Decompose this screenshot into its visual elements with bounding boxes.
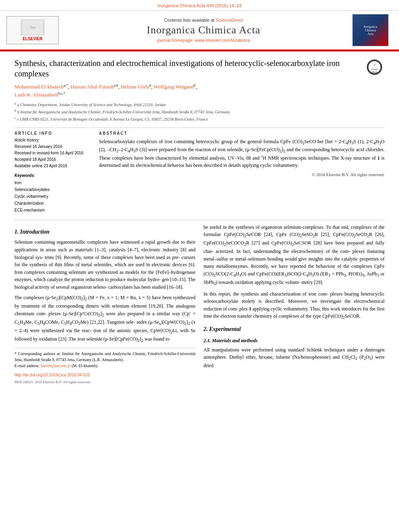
svg-text:Mark: Mark xyxy=(372,71,377,73)
svg-text:Tree: Tree xyxy=(30,26,36,29)
ica-cover-image: InorganicaChimicaActa xyxy=(352,14,389,46)
affil-a: a a Chemistry Department, Jordan Univers… xyxy=(14,101,385,108)
elsevier-label: ELSEVIER xyxy=(23,37,42,41)
footnote-corresponding: * Corresponding authors at: Institut für… xyxy=(14,351,195,363)
article-title: Synthesis, characterization and electroc… xyxy=(14,58,364,79)
divider-2 xyxy=(14,220,385,220)
author-abul-futouh[interactable]: Hassan Abul-Futouh xyxy=(71,84,114,90)
elsevier-box: Tree ELSEVIER xyxy=(6,16,59,44)
article-title-section: Synthesis, characterization and electroc… xyxy=(14,58,385,79)
crossmark-icon: ✓ Cross Mark xyxy=(367,60,382,75)
copyright: © 2016 Elsevier B.V. All rights reserved… xyxy=(99,172,385,177)
abstract-text: Selenocarboxylato complexes of iron cont… xyxy=(99,138,385,169)
sciencedirect-text: Contents lists available at ScienceDirec… xyxy=(67,18,340,23)
top-bar: Inorganica Chimica Acta 449 (2016) 14–19 xyxy=(0,0,399,11)
svg-text:✓: ✓ xyxy=(373,63,376,67)
main-col-left: 1. Introduction Selenium containing orga… xyxy=(14,224,195,385)
authors-text: Mohammad El-khateeba,*, Hassan Abul-Futo… xyxy=(14,84,197,98)
keyword-iron: Iron xyxy=(14,179,91,186)
article-body: Synthesis, characterization and electroc… xyxy=(0,51,399,392)
page: Inorganica Chimica Acta 449 (2016) 14–19… xyxy=(0,0,399,532)
keyword-characterization: Characterization xyxy=(14,200,91,207)
abstract-col: ABSTRACT Selenocarboxylato complexes of … xyxy=(99,131,385,214)
experimental-para1: All manipulations were performed using s… xyxy=(204,346,385,370)
crossmark[interactable]: ✓ Cross Mark xyxy=(364,58,385,75)
author-gorls[interactable]: Helmar Görls xyxy=(121,84,149,90)
affil-b: b b Institut für Anorganische und Analyt… xyxy=(14,109,385,115)
received-date: Received 16 January 2016 xyxy=(14,144,91,150)
main-col-right: be useful in the syntheses of organoiron… xyxy=(204,224,385,385)
article-info-abstract: ARTICLE INFO Article history: Received 1… xyxy=(14,131,385,214)
article-info-col: ARTICLE INFO Article history: Received 1… xyxy=(14,131,91,214)
available-date: Available online 23 April 2016 xyxy=(14,163,91,169)
author-weigand[interactable]: Wolfgang Weigand xyxy=(154,84,194,90)
author-almazahreh[interactable]: Laith R. Almazahreh xyxy=(14,92,58,98)
keyword-ece: ECE-mechanism xyxy=(14,207,91,214)
history-heading: Article history: xyxy=(14,138,91,142)
svg-text:Cross: Cross xyxy=(371,68,378,70)
elsevier-logo: Tree ELSEVIER xyxy=(6,16,59,44)
article-info-label: ARTICLE INFO xyxy=(14,131,91,136)
divider-1 xyxy=(14,127,385,128)
journal-cover: InorganicaChimicaActa xyxy=(348,14,393,46)
right-para1: be useful in the syntheses of organoiron… xyxy=(204,224,385,287)
materials-subheading: 2.1. Materials and methods xyxy=(204,337,385,345)
intro-para2: The complexes (μ-Se2)[CpM(CO)2]2 (M = Fe… xyxy=(14,294,195,343)
right-para2: In this report, the synthesis and charac… xyxy=(204,290,385,321)
keyword-cyclic-voltammetry: Cyclic voltammetry xyxy=(14,193,91,200)
doi-link[interactable]: http://dx.doi.org/10.1016/j.ica.2016.04.… xyxy=(14,372,195,378)
author-el-khateeb[interactable]: Mohammad El-khateeb xyxy=(14,84,64,90)
journal-header: Tree ELSEVIER Contents lists available a… xyxy=(0,11,399,50)
journal-header-center: Contents lists available at ScienceDirec… xyxy=(59,18,348,43)
homepage-link[interactable]: journal homepage: www.elsevier.com/locat… xyxy=(157,38,250,43)
email-link[interactable]: kareeb@jus.edu.jo xyxy=(41,364,71,368)
main-body: 1. Introduction Selenium containing orga… xyxy=(14,224,385,385)
journal-homepage: journal homepage: www.elsevier.com/locat… xyxy=(67,38,340,43)
elsevier-tree-image: Tree xyxy=(21,19,45,35)
affiliations: a a Chemistry Department, Jordan Univers… xyxy=(14,101,385,123)
intro-para1: Selenium containing organometallic compl… xyxy=(14,238,195,291)
sciencedirect-link[interactable]: ScienceDirect xyxy=(216,18,243,23)
journal-reference-link[interactable]: Inorganica Chimica Acta 449 (2016) 14–19 xyxy=(158,3,242,8)
experimental-heading: 2. Experimental xyxy=(204,325,385,334)
article-history: Article history: Received 16 January 201… xyxy=(14,138,91,169)
keyword-selenocarboxylates: Selenocarboxylates xyxy=(14,186,91,193)
accepted-date: Accepted 18 April 2016 xyxy=(14,156,91,163)
abstract-label: ABSTRACT xyxy=(99,131,385,136)
footnote-email: E-mail address: kareeb@jus.edu.jo (M. El… xyxy=(14,363,195,369)
received-revised-date: Received in revised form 16 April 2016 xyxy=(14,150,91,156)
keywords-label: Keywords: xyxy=(14,173,91,178)
affil-c: c c UMR CNRS 6521, Université de Bretagn… xyxy=(14,116,385,122)
footnotes: * Corresponding authors at: Institut für… xyxy=(14,348,195,369)
rights-line: 0020-1693/© 2016 Elsevier B.V. All right… xyxy=(14,380,195,385)
authors: Mohammad El-khateeba,*, Hassan Abul-Futo… xyxy=(14,83,385,99)
journal-title: Inorganica Chimica Acta xyxy=(67,24,340,36)
intro-heading: 1. Introduction xyxy=(14,228,195,236)
